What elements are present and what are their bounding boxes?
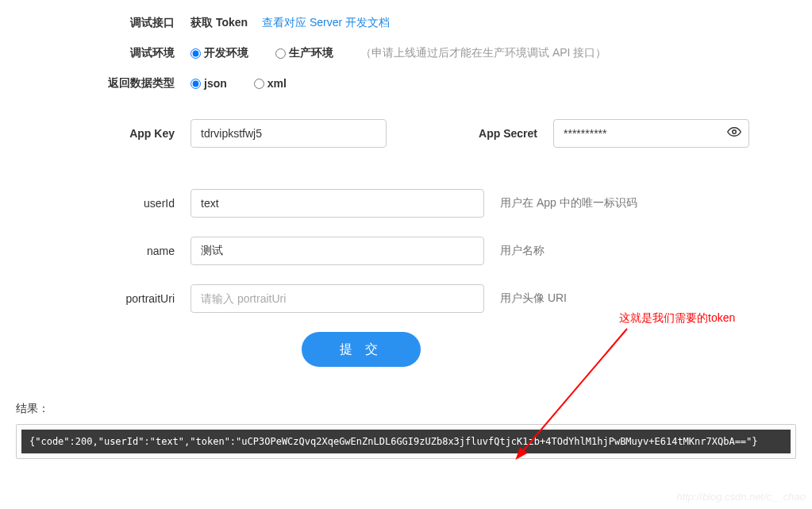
label-env: 调试环境 <box>0 46 190 60</box>
watermark: http://blog.csdn.net/c__chao <box>676 491 806 503</box>
env-note: （申请上线通过后才能在生产环境调试 API 接口） <box>360 46 606 60</box>
result-label: 结果： <box>16 402 812 416</box>
submit-button[interactable]: 提 交 <box>302 332 421 367</box>
api-value: 获取 Token <box>190 16 248 30</box>
radio-env-dev[interactable]: 开发环境 <box>190 46 248 60</box>
label-portrait: portraitUri <box>0 292 190 305</box>
radio-fmt-json-input[interactable] <box>190 79 201 89</box>
row-env: 调试环境 开发环境 生产环境 （申请上线通过后才能在生产环境调试 API 接口） <box>0 46 812 60</box>
input-appsecret[interactable] <box>553 119 749 148</box>
row-portrait: portraitUri 用户头像 URI <box>0 284 812 313</box>
radio-fmt-json-label: json <box>204 77 227 90</box>
label-fmt: 返回数据类型 <box>0 76 190 91</box>
label-appkey: App Key <box>0 127 190 140</box>
radio-env-prod-label: 生产环境 <box>289 46 333 60</box>
radio-fmt-xml[interactable]: xml <box>254 77 287 90</box>
radio-env-prod[interactable]: 生产环境 <box>275 46 333 60</box>
radio-env-prod-input[interactable] <box>275 48 286 59</box>
label-api: 调试接口 <box>0 16 190 30</box>
row-userid: userId 用户在 App 中的唯一标识码 <box>0 189 812 218</box>
row-name: name 用户名称 <box>0 237 812 265</box>
input-portrait[interactable] <box>190 284 484 313</box>
radio-env-dev-input[interactable] <box>190 48 201 59</box>
row-credentials: App Key App Secret <box>0 119 812 148</box>
radio-fmt-json[interactable]: json <box>190 77 227 90</box>
radio-fmt-xml-input[interactable] <box>254 79 264 89</box>
radio-fmt-xml-label: xml <box>267 77 287 90</box>
result-box: {"code":200,"userId":"text","token":"uCP… <box>16 424 796 459</box>
label-appsecret: App Secret <box>387 127 553 140</box>
row-api: 调试接口 获取 Token 查看对应 Server 开发文档 <box>0 16 812 30</box>
label-userid: userId <box>0 197 190 210</box>
row-fmt: 返回数据类型 json xml <box>0 76 812 91</box>
hint-portrait: 用户头像 URI <box>500 291 567 306</box>
api-doc-link[interactable]: 查看对应 Server 开发文档 <box>262 16 390 30</box>
radio-env-dev-label: 开发环境 <box>204 46 248 60</box>
hint-userid: 用户在 App 中的唯一标识码 <box>500 196 637 210</box>
svg-point-0 <box>733 130 737 134</box>
result-body: {"code":200,"userId":"text","token":"uCP… <box>21 430 791 453</box>
input-userid[interactable] <box>190 189 484 218</box>
input-appkey[interactable] <box>190 119 387 148</box>
input-name[interactable] <box>190 237 484 265</box>
annotation-text: 这就是我们需要的token <box>619 311 735 326</box>
label-name: name <box>0 245 190 257</box>
hint-name: 用户名称 <box>500 244 545 258</box>
eye-icon[interactable] <box>727 125 741 142</box>
